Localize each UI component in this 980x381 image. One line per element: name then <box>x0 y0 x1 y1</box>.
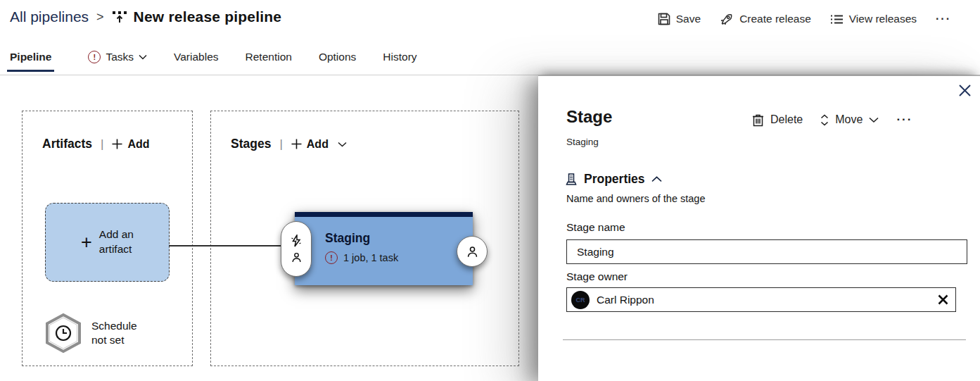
stage-name-label: Stage name <box>566 221 625 234</box>
pre-deployment-conditions-button[interactable] <box>281 221 312 277</box>
plus-icon: + <box>81 232 92 254</box>
release-pipeline-icon <box>112 9 127 25</box>
stage-card-name: Staging <box>325 231 398 246</box>
tab-retention[interactable]: Retention <box>243 49 295 72</box>
artifacts-panel: Artifacts | Add + Add an artifact <box>22 111 193 366</box>
tab-history[interactable]: History <box>380 49 419 72</box>
header-divider-bar: | <box>101 137 103 151</box>
add-artifact-button-header[interactable]: Add <box>112 138 149 151</box>
owner-name: Carl Rippon <box>597 294 654 306</box>
stage-card-summary[interactable]: 1 job, 1 task <box>343 252 398 263</box>
trash-icon <box>752 113 764 127</box>
warning-icon: ! <box>325 251 338 264</box>
move-stage-button[interactable]: Move <box>820 113 879 126</box>
tab-variables[interactable]: Variables <box>171 49 221 72</box>
tab-label: Pipeline <box>10 51 51 63</box>
panel-subtitle: Staging <box>566 137 599 147</box>
tab-label: Options <box>319 51 356 63</box>
panel-section-divider <box>563 339 966 340</box>
rocket-icon <box>720 12 734 26</box>
properties-title: Properties <box>584 172 645 187</box>
create-release-label: Create release <box>739 13 811 25</box>
schedule-label: Schedule not set <box>91 319 137 347</box>
artifacts-header: Artifacts | Add <box>42 137 150 151</box>
chevron-down-icon <box>869 117 879 123</box>
delete-label: Delete <box>770 113 803 126</box>
stage-card-staging[interactable]: Staging ! 1 job, 1 task <box>295 212 473 285</box>
owner-avatar: CR <box>571 291 590 309</box>
ellipsis-icon: ··· <box>936 13 951 25</box>
stages-header: Stages | Add <box>231 137 347 151</box>
tab-label: Retention <box>246 51 292 63</box>
person-icon <box>466 245 479 258</box>
add-label: Add <box>307 138 329 151</box>
panel-more-button[interactable]: ··· <box>896 113 912 127</box>
save-label: Save <box>676 13 701 25</box>
view-releases-label: View releases <box>849 13 917 25</box>
ellipsis-icon: ··· <box>896 113 912 127</box>
tab-options[interactable]: Options <box>316 49 359 72</box>
tab-label: History <box>383 51 416 63</box>
plus-icon <box>112 139 122 149</box>
list-icon <box>830 13 844 25</box>
sort-arrows-icon <box>820 114 829 126</box>
artifacts-title: Artifacts <box>42 137 92 151</box>
tab-bar: Pipeline ! Tasks Variables Retention Opt… <box>7 49 420 72</box>
release-pipeline-editor: All pipelines > New release pipeline Sav… <box>0 0 980 381</box>
add-an-artifact-button[interactable]: + Add an artifact <box>45 203 170 282</box>
stage-name-input[interactable] <box>566 239 967 264</box>
lightning-icon <box>291 235 302 247</box>
schedule-trigger[interactable]: Schedule not set <box>44 313 137 354</box>
properties-section-toggle[interactable]: Properties <box>565 172 662 187</box>
plus-icon <box>291 139 302 149</box>
stage-details-panel: Stage Staging Delete Move ··· <box>538 75 980 381</box>
chevron-down-icon <box>139 54 147 60</box>
add-artifact-label: Add an artifact <box>99 227 134 257</box>
delete-stage-button[interactable]: Delete <box>752 113 803 127</box>
move-label: Move <box>835 113 863 126</box>
close-icon <box>958 84 972 97</box>
clear-owner-button[interactable] <box>935 292 951 308</box>
stage-owner-label: Stage owner <box>566 270 628 283</box>
stage-card-text: Staging ! 1 job, 1 task <box>325 231 398 264</box>
save-button[interactable]: Save <box>658 13 701 25</box>
breadcrumb: All pipelines > New release pipeline <box>10 8 281 25</box>
properties-icon <box>565 173 578 186</box>
artifact-stage-connector <box>169 245 284 246</box>
breadcrumb-separator: > <box>96 10 104 25</box>
properties-description: Name and owners of the stage <box>566 193 705 204</box>
panel-actions: Delete Move ··· <box>752 113 912 127</box>
schedule-clock-icon <box>44 313 82 354</box>
clear-x-icon <box>938 294 948 305</box>
tab-label: Tasks <box>106 51 134 63</box>
add-stage-button[interactable]: Add <box>291 138 347 151</box>
warning-icon: ! <box>88 51 101 63</box>
stages-title: Stages <box>231 137 271 151</box>
header-divider-bar: | <box>279 137 282 151</box>
tab-label: Variables <box>174 51 218 63</box>
post-deployment-conditions-button[interactable] <box>457 236 488 267</box>
page-title: New release pipeline <box>134 8 282 25</box>
chevron-up-icon <box>651 176 662 182</box>
breadcrumb-all-pipelines[interactable]: All pipelines <box>10 8 89 25</box>
view-releases-button[interactable]: View releases <box>830 13 917 25</box>
stage-owner-input[interactable]: CR Carl Rippon <box>566 287 956 312</box>
panel-title: Stage <box>566 107 612 127</box>
create-release-button[interactable]: Create release <box>720 12 811 26</box>
save-icon <box>658 13 670 25</box>
command-bar: Save Create release View releases ··· <box>658 12 951 26</box>
tab-pipeline[interactable]: Pipeline <box>7 49 54 72</box>
tab-tasks[interactable]: ! Tasks <box>85 49 150 72</box>
add-label: Add <box>127 138 149 151</box>
person-icon <box>291 251 303 263</box>
chevron-down-icon <box>338 142 347 147</box>
more-actions-button[interactable]: ··· <box>936 13 951 25</box>
close-panel-button[interactable] <box>958 84 972 97</box>
